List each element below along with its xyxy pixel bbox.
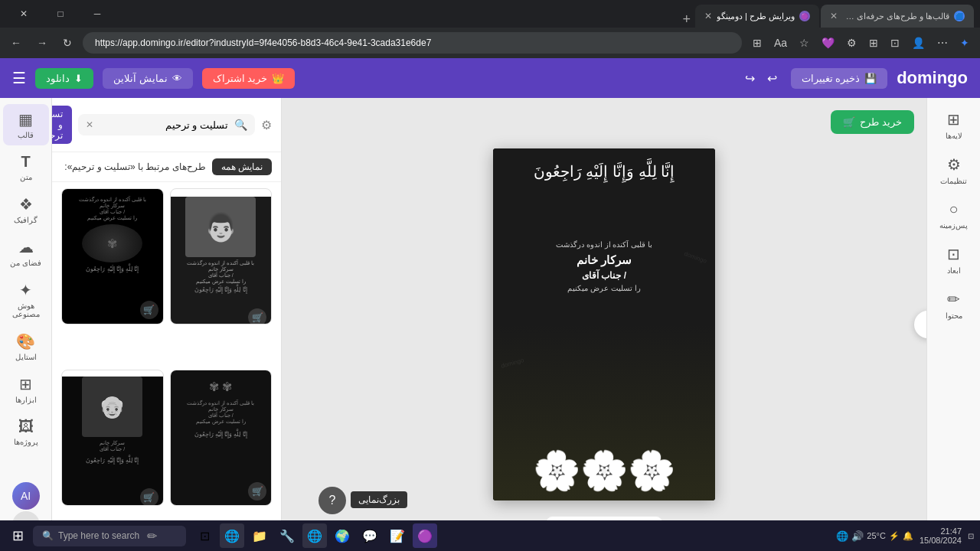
address-input[interactable] bbox=[83, 32, 742, 54]
template-1-photo: 👨 bbox=[185, 197, 256, 257]
search-icon: 🔍 bbox=[234, 119, 247, 131]
toolbar-item-layers[interactable]: ⊞ لایه‌ها bbox=[931, 104, 977, 146]
right-bar-item-text[interactable]: T متن bbox=[3, 147, 49, 187]
browser-action-2[interactable]: Aa bbox=[769, 34, 792, 52]
browser-action-3[interactable]: ☆ bbox=[795, 34, 814, 52]
show-desktop-button[interactable]: ⊡ bbox=[968, 532, 974, 540]
header-menu-button[interactable]: ☰ bbox=[12, 69, 26, 87]
next-arrow-button[interactable]: › bbox=[914, 311, 926, 338]
background-icon: ○ bbox=[949, 201, 958, 218]
browser-action-6[interactable]: ⊞ bbox=[864, 34, 883, 52]
template-1-cart-icon: 🛒 bbox=[248, 308, 266, 324]
user-profile-button[interactable]: 👤 bbox=[907, 34, 929, 52]
forward-button[interactable]: → bbox=[32, 34, 52, 52]
toolbar-item-content[interactable]: ✏ محتوا bbox=[931, 284, 977, 326]
date-display: 15/08/2024 bbox=[920, 536, 962, 545]
browser-action-5[interactable]: ⚙ bbox=[842, 34, 861, 52]
save-button[interactable]: 💾 ذخیره تغییرات bbox=[791, 68, 888, 89]
copilot-button[interactable]: ✦ bbox=[956, 34, 974, 52]
panel-search-area: ⚙ 🔍 ✕ تسلیت و ترحیم bbox=[52, 98, 281, 152]
template-2-arabic: إِنَّا لِلَّهِ وَإِنَّا إِلَيْهِ رَاجِعُ… bbox=[62, 262, 163, 276]
taskbar-icon-domingo[interactable]: 🟣 bbox=[413, 523, 437, 548]
app-logo: domingo bbox=[897, 68, 968, 88]
toolbar-item-settings[interactable]: ⚙ تنظیمات bbox=[931, 149, 977, 191]
toolbar-item-dimensions[interactable]: ⊡ ابعاد bbox=[931, 239, 977, 281]
network-icon[interactable]: 🌐 bbox=[836, 530, 848, 542]
right-bar-item-cloud[interactable]: ☁ فضای من bbox=[3, 232, 49, 273]
taskbar-search[interactable]: 🔍 Type here to search ✏ bbox=[33, 526, 186, 546]
preview-button[interactable]: 👁 نمایش آنلاین bbox=[103, 68, 193, 89]
taskbar-search-pen: ✏ bbox=[147, 529, 157, 543]
taskbar-icon-settings[interactable]: 🔧 bbox=[275, 523, 299, 548]
browser-actions: ⊞ Aa ☆ 💜 ⚙ ⊞ ⊡ 👤 ⋯ ✦ bbox=[748, 34, 974, 52]
template-3-text: با قلبی آکنده از اندوه درگذشتسرکار خانم/… bbox=[171, 397, 272, 428]
template-card-1[interactable]: 👨 با قلبی آکنده از اندوه درگذشتسرکار خان… bbox=[170, 188, 273, 324]
template-1-text: با قلبی آکنده از اندوه درگذشتسرکار خانم/… bbox=[171, 257, 272, 285]
notification-icon[interactable]: 🔔 bbox=[903, 531, 913, 541]
toolbar-item-background[interactable]: ○ پس‌زمینه bbox=[931, 194, 977, 236]
ai-icon: ✦ bbox=[19, 281, 32, 299]
close-button[interactable]: ✕ bbox=[6, 2, 41, 25]
browser-action-7[interactable]: ⊡ bbox=[886, 34, 904, 52]
back-button[interactable]: ← bbox=[6, 34, 26, 52]
browser-tab-1[interactable]: 🟦 قالب‌ها و طرح‌های حرفه‌ای و رایگان ✕ bbox=[821, 5, 974, 28]
tab2-close[interactable]: ✕ bbox=[704, 11, 712, 21]
right-bar-item-tools[interactable]: ⊞ ابزارها bbox=[3, 369, 49, 410]
ai-avatar[interactable]: AI bbox=[12, 482, 40, 510]
undo-button[interactable]: ↩ bbox=[763, 68, 782, 89]
template-filter-row: نمایش همه طرح‌های مرتبط با «تسلیت و ترحی… bbox=[52, 152, 281, 182]
app-header: domingo 💾 ذخیره تغییرات ↩ ↪ 👑 خرید اشترا… bbox=[0, 58, 980, 98]
right-bar-item-ai[interactable]: ✦ هوش مصنوعی bbox=[3, 275, 49, 324]
style-icon: 🎨 bbox=[16, 332, 35, 350]
right-bar-item-graphic[interactable]: ❖ گرافیک bbox=[3, 189, 49, 230]
buy-design-button[interactable]: خرید طرح 🛒 bbox=[831, 110, 914, 134]
taskbar-icon-task-view[interactable]: ⊡ bbox=[192, 523, 217, 548]
download-button[interactable]: ⬇ دانلود bbox=[35, 68, 93, 89]
template-card-4[interactable]: 👴 سرکار خانم/ جناب آقای إِنَّا لِلَّهِ و… bbox=[61, 370, 164, 506]
time-display: 21:47 bbox=[940, 527, 962, 536]
filter-button[interactable]: ⚙ bbox=[261, 118, 272, 132]
minimize-button[interactable]: ─ bbox=[80, 2, 115, 25]
template-grid: 👨 با قلبی آکنده از اندوه درگذشتسرکار خان… bbox=[52, 182, 281, 551]
template-3-ornament: ✾ ✾ bbox=[171, 370, 272, 397]
volume-icon[interactable]: 🔊 bbox=[851, 530, 864, 542]
save-icon: 💾 bbox=[864, 73, 877, 84]
canvas-area: إِنَّا لِلَّهِ وَإِنَّا إِلَيْهِ رَاجِعُ… bbox=[282, 98, 926, 551]
template-card-3[interactable]: ✾ ✾ با قلبی آکنده از اندوه درگذشتسرکار خ… bbox=[170, 370, 273, 506]
browser-tab-2[interactable]: 🟣 ویرایش طرح | دومینگو ✕ bbox=[695, 5, 819, 28]
taskbar-icon-files[interactable]: 📁 bbox=[247, 523, 272, 548]
more-options-button[interactable]: ⋯ bbox=[933, 34, 952, 52]
template-2-circle: ✾ bbox=[82, 224, 142, 262]
share-button[interactable]: 👑 خرید اشتراک bbox=[202, 68, 296, 89]
taskbar-app-icons: ⊡ 🌐 📁 🔧 🌐 🌍 💬 📝 🟣 bbox=[192, 523, 437, 548]
left-toolbar: ⊞ لایه‌ها ⚙ تنظیمات ○ پس‌زمینه ⊡ ابعاد ✏… bbox=[926, 98, 980, 551]
browser-tabs: 🟦 قالب‌ها و طرح‌های حرفه‌ای و رایگان ✕ 🟣… bbox=[124, 0, 974, 28]
browser-action-1[interactable]: ⊞ bbox=[748, 34, 766, 52]
canvas-inner: إِنَّا لِلَّهِ وَإِنَّا إِلَيْهِ رَاجِعُ… bbox=[493, 148, 715, 500]
taskbar-icon-chat[interactable]: 💬 bbox=[358, 523, 382, 548]
battery-icon: ⚡ bbox=[889, 531, 900, 541]
start-button[interactable]: ⊞ bbox=[6, 524, 30, 547]
taskbar-icon-edge[interactable]: 🌐 bbox=[220, 523, 244, 548]
template-search-input[interactable] bbox=[100, 119, 228, 131]
taskbar-icon-word[interactable]: 📝 bbox=[385, 523, 410, 548]
clear-search-icon[interactable]: ✕ bbox=[86, 119, 93, 130]
download-icon: ⬇ bbox=[74, 73, 83, 84]
maximize-button[interactable]: □ bbox=[43, 2, 78, 25]
help-button[interactable]: ? bbox=[318, 487, 346, 514]
refresh-button[interactable]: ↻ bbox=[58, 34, 77, 52]
tab1-close[interactable]: ✕ bbox=[830, 11, 838, 21]
taskbar-icon-chrome[interactable]: 🌍 bbox=[330, 523, 354, 548]
add-tab-button[interactable]: + bbox=[679, 11, 694, 28]
window-controls: ─ □ ✕ bbox=[6, 2, 115, 25]
right-bar-item-style[interactable]: 🎨 استایل bbox=[3, 326, 49, 367]
show-all-button[interactable]: نمایش همه bbox=[212, 158, 272, 175]
template-card-2[interactable]: با قلبی آکنده از اندوه درگذشتسرکار خانم/… bbox=[61, 188, 164, 324]
right-bar-item-projects[interactable]: 🖼 پروژه‌ها bbox=[3, 412, 49, 452]
right-bar-item-template[interactable]: ▦ قالب bbox=[3, 104, 49, 145]
redo-button[interactable]: ↪ bbox=[740, 68, 760, 89]
tab1-favicon: 🟦 bbox=[954, 11, 965, 21]
browser-action-4[interactable]: 💜 bbox=[817, 34, 839, 52]
taskbar-icon-browser[interactable]: 🌐 bbox=[302, 523, 327, 548]
canvas-content: إِنَّا لِلَّهِ وَإِنَّا إِلَيْهِ رَاجِعُ… bbox=[282, 98, 926, 551]
